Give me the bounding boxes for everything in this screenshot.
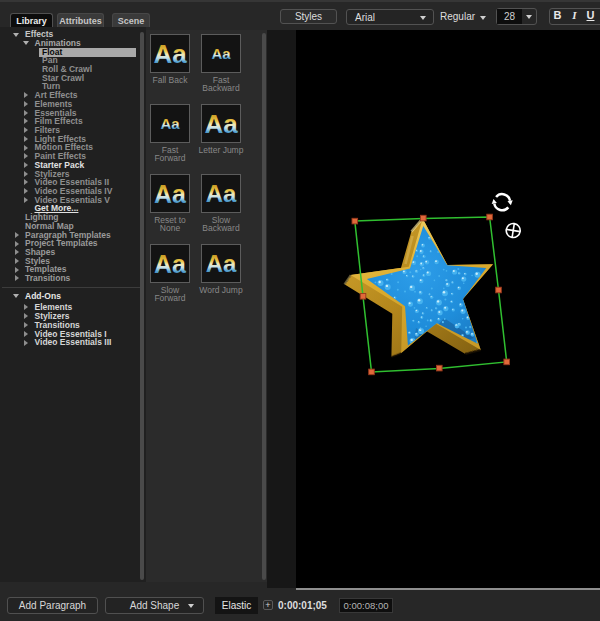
svg-text:Aa: Aa xyxy=(206,180,237,207)
svg-text:Aa: Aa xyxy=(211,45,231,62)
svg-text:Aa: Aa xyxy=(154,180,187,208)
svg-text:Aa: Aa xyxy=(204,109,238,139)
svg-text:Aa: Aa xyxy=(154,250,187,278)
svg-text:Aa: Aa xyxy=(153,39,187,69)
svg-text:Aa: Aa xyxy=(206,250,237,277)
svg-text:Aa: Aa xyxy=(160,115,180,132)
